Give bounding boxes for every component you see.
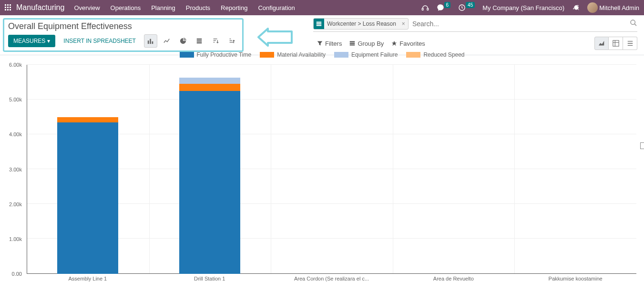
x-label: Area Cordon (Se realizara el c...: [294, 276, 369, 281]
menu-overview[interactable]: Overview: [74, 4, 100, 11]
arrow-annotation: [256, 28, 294, 49]
page-title: Overall Equipment Effectiveness: [8, 21, 238, 31]
svg-rect-4: [7, 7, 9, 8]
facet-label: Workcenter > Loss Reason: [324, 20, 399, 27]
pivot-view-icon[interactable]: [609, 37, 623, 50]
search-input[interactable]: [409, 19, 630, 29]
menu-planning[interactable]: Planning: [151, 4, 175, 11]
chart-container: Fully Productive TimeMaterial Availabili…: [0, 50, 644, 291]
activity-badge: 45: [466, 2, 475, 8]
chart-plot: 0.001.00k2.00k3.00k4.00k5.00k6.00k Assem…: [5, 61, 639, 291]
apps-icon[interactable]: [5, 4, 11, 11]
company-switcher[interactable]: My Company (San Francisco): [482, 4, 564, 11]
bar-column[interactable]: [57, 65, 118, 274]
svg-rect-16: [197, 40, 202, 42]
line-chart-icon[interactable]: [160, 34, 174, 48]
y-tick: 1.00k: [9, 236, 22, 242]
activity-icon[interactable]: 45: [458, 4, 475, 11]
list-view-icon[interactable]: [623, 37, 637, 50]
x-label: Pakkumise koostamine: [549, 276, 603, 281]
right-edge-handle[interactable]: [640, 142, 644, 149]
svg-rect-23: [350, 43, 355, 44]
chart-legend: Fully Productive TimeMaterial Availabili…: [0, 50, 644, 59]
svg-rect-0: [5, 4, 6, 6]
graph-view-icon[interactable]: [594, 37, 609, 50]
legend-item[interactable]: Equipment Failure: [334, 51, 398, 58]
bar-segment: [57, 122, 118, 274]
search-row: Workcenter > Loss Reason ×: [313, 18, 637, 32]
bar-column[interactable]: [301, 65, 362, 274]
svg-rect-8: [10, 9, 11, 10]
main-menu: Overview Operations Planning Products Re…: [74, 4, 295, 11]
bar-chart-icon[interactable]: [144, 34, 157, 48]
legend-item[interactable]: Reduced Speed: [406, 51, 464, 58]
favorites-label: Favorites: [399, 40, 425, 47]
stacked-icon[interactable]: [193, 34, 206, 48]
caret-down-icon: ▾: [47, 38, 50, 44]
sort-asc-icon[interactable]: [225, 34, 238, 48]
left-toolbar: MEASURES ▾ INSERT IN SPREADSHEET: [8, 34, 238, 48]
menu-products[interactable]: Products: [186, 4, 210, 11]
svg-rect-2: [10, 4, 11, 6]
groupby-label: Group By: [358, 40, 384, 47]
svg-rect-15: [197, 39, 202, 40]
legend-label: Fully Productive Time: [197, 51, 252, 58]
groupby-button[interactable]: Group By: [346, 38, 388, 49]
bar-segment: [57, 117, 118, 122]
filters-label: Filters: [325, 40, 342, 47]
menu-reporting[interactable]: Reporting: [221, 4, 247, 11]
tool-row: Filters Group By Favorites: [313, 37, 637, 50]
y-tick: 3.00k: [9, 167, 22, 172]
support-icon[interactable]: [421, 4, 429, 11]
bar-column[interactable]: [545, 65, 606, 274]
legend-item[interactable]: Material Availability: [260, 51, 326, 58]
svg-rect-17: [197, 42, 202, 44]
svg-rect-20: [317, 25, 322, 26]
y-tick: 0.00: [12, 271, 22, 277]
search-facet: Workcenter > Loss Reason ×: [313, 18, 409, 30]
view-switcher: [594, 37, 637, 50]
svg-rect-13: [150, 39, 151, 44]
bar-column[interactable]: [423, 65, 484, 274]
facet-remove-icon[interactable]: ×: [399, 20, 408, 27]
svg-rect-5: [10, 7, 11, 8]
sort-desc-icon[interactable]: [209, 34, 222, 48]
app-brand[interactable]: Manufacturing: [16, 3, 64, 12]
filters-button[interactable]: Filters: [313, 38, 346, 49]
svg-rect-9: [422, 8, 423, 10]
svg-rect-22: [350, 41, 355, 42]
legend-swatch: [334, 52, 348, 58]
user-menu[interactable]: Mitchell Admin: [587, 2, 639, 13]
legend-swatch: [406, 52, 420, 58]
bar-column[interactable]: [179, 65, 240, 274]
x-label: Area de Revuelto: [433, 276, 474, 281]
messaging-icon[interactable]: 6: [437, 4, 451, 11]
bar-segment: [179, 91, 240, 274]
svg-rect-3: [5, 7, 6, 8]
favorites-button[interactable]: Favorites: [388, 38, 429, 49]
svg-rect-18: [317, 22, 322, 23]
search-icon[interactable]: [630, 19, 637, 29]
measures-button[interactable]: MEASURES ▾: [8, 35, 55, 47]
x-label: Assembly Line 1: [69, 276, 107, 281]
insert-spreadsheet-button[interactable]: INSERT IN SPREADSHEET: [58, 35, 141, 47]
svg-rect-10: [427, 8, 429, 10]
y-axis: 0.001.00k2.00k3.00k4.00k5.00k6.00k: [5, 65, 24, 274]
highlighted-region: Overall Equipment Effectiveness MEASURES…: [3, 18, 244, 52]
pie-chart-icon[interactable]: [176, 34, 190, 48]
svg-point-21: [631, 20, 635, 24]
bar-segment: [179, 78, 240, 84]
y-tick: 2.00k: [9, 201, 22, 207]
avatar: [587, 2, 598, 13]
menu-configuration[interactable]: Configuration: [258, 4, 295, 11]
legend-label: Reduced Speed: [423, 51, 464, 58]
bar-segment: [179, 84, 240, 91]
svg-rect-25: [613, 40, 618, 46]
y-tick: 6.00k: [9, 62, 22, 68]
debug-icon[interactable]: [572, 4, 580, 11]
measures-label: MEASURES: [13, 38, 45, 44]
menu-operations[interactable]: Operations: [111, 4, 141, 11]
svg-rect-19: [317, 23, 322, 24]
svg-rect-12: [148, 40, 149, 44]
legend-item[interactable]: Fully Productive Time: [180, 51, 252, 58]
